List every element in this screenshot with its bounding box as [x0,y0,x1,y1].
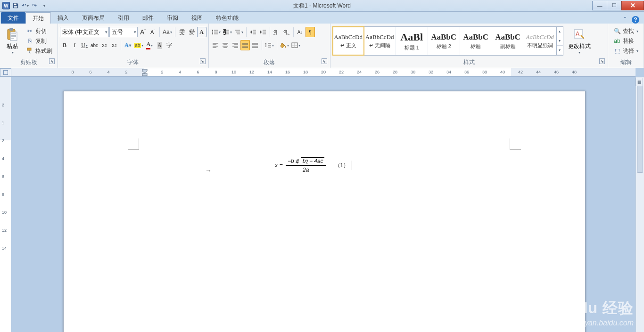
style-标题[interactable]: AaBbC标题 [460,27,492,55]
align-justify-button[interactable] [240,40,250,50]
underline-button[interactable]: U▾ [80,40,89,50]
align-center-button[interactable] [221,40,230,50]
select-button[interactable]: ⬚选择▾ [612,47,640,56]
quick-access-toolbar: W ↶▾ ↷ ▾ [0,1,50,10]
styles-dialog-icon[interactable]: ⬊ [599,58,605,64]
equation[interactable]: x = −b ± √ b 2 − 4ac [275,157,352,173]
change-case-button[interactable]: Aa▾ [162,27,173,37]
tab-页面布局[interactable]: 页面布局 [75,12,111,24]
tab-特色功能[interactable]: 特色功能 [209,12,245,24]
tab-邮件[interactable]: 邮件 [136,12,160,24]
styles-gallery: AaBbCcDd↵ 正文AaBbCcDd↵ 无间隔AaBl标题 1AaBbC标题… [332,26,563,56]
subscript-button[interactable]: x2 [99,40,109,50]
style-副标题[interactable]: AaBbC副标题 [492,27,524,55]
ruler-toggle-icon[interactable]: ▦ [636,78,643,86]
bold-button[interactable]: B [60,40,69,50]
svg-point-8 [212,33,213,34]
paste-button[interactable]: 粘贴 ▾ [2,25,23,57]
save-icon[interactable] [11,1,20,10]
close-button[interactable]: ✕ [621,1,644,10]
borders-button[interactable]: ▾ [290,40,301,50]
line-spacing-button[interactable]: ▾ [264,40,275,50]
shading-button[interactable]: ▾ [279,40,290,50]
sort-button[interactable]: A↓ [296,27,305,37]
font-size-select[interactable]: 五号 [109,27,138,37]
maximize-button[interactable]: ☐ [607,1,622,10]
bullets-button[interactable]: ▾ [211,27,222,37]
char-border-button[interactable]: 變 [187,27,197,37]
tab-引用[interactable]: 引用 [111,12,136,24]
page[interactable]: → x = −b ± √ b 2 − 4ac [63,91,586,332]
replace-button[interactable]: ab替换 [612,37,640,46]
style-标题 1[interactable]: AaBl标题 1 [396,27,428,55]
style-标题 2[interactable]: AaBbC标题 2 [428,27,460,55]
gallery-scroll-2[interactable]: ▾ [557,46,563,55]
word-app-icon[interactable]: W [2,1,10,10]
style-正文[interactable]: AaBbCcDd↵ 正文 [332,26,364,56]
align-left-button[interactable] [211,40,220,50]
font-color-button[interactable]: A▾ [145,40,154,50]
tab-arrow-mark: → [205,167,212,174]
svg-text:A: A [576,31,579,37]
highlight-button[interactable]: ab▾ [133,40,144,50]
svg-rect-3 [9,28,13,31]
change-styles-label: 更改样式 [568,42,591,50]
enclose-button[interactable]: 字 [165,40,174,50]
format-painter-button[interactable]: 格式刷 [25,47,54,56]
indent-dec-button[interactable] [248,27,258,37]
text-effects-button[interactable]: A▾ [123,40,132,50]
file-tab[interactable]: 文件 [1,12,25,24]
multilevel-button[interactable]: ▾ [233,27,244,37]
align-right-button[interactable] [231,40,240,50]
change-styles-button[interactable]: A 更改样式▾ [565,25,594,57]
phonetic-guide-button[interactable]: 雯 [177,27,187,37]
redo-icon[interactable]: ↷ [30,1,39,10]
margin-corner-tl [128,138,139,150]
numbering-button[interactable]: 123▾ [222,27,233,37]
superscript-button[interactable]: x2 [109,40,119,50]
window-controls: — ☐ ✕ [593,1,644,10]
ribbon: 粘贴 ▾ ✂剪切 ⎘复制 格式刷 剪贴板⬊ 宋体 (中文正文 五号 Aˆ Aˇ [0,24,644,68]
undo-icon[interactable]: ↶▾ [21,1,29,10]
strikethrough-button[interactable]: abc [90,40,99,50]
align-dist-button[interactable] [250,40,260,50]
minimize-button[interactable]: — [592,1,607,10]
paragraph-dialog-icon[interactable]: ⬊ [322,58,327,64]
tab-视图[interactable]: 视图 [185,12,209,24]
show-marks-button[interactable]: ¶ [305,27,315,37]
title-bar: W ↶▾ ↷ ▾ 文档1 - Microsoft Word — ☐ ✕ [0,0,644,12]
group-styles: AaBbCcDd↵ 正文AaBbCcDd↵ 无间隔AaBl标题 1AaBbC标题… [330,24,608,68]
gallery-scroll-1[interactable]: ▾ [557,36,563,46]
rtl-button[interactable] [282,27,291,37]
font-name-select[interactable]: 宋体 (中文正文 [60,27,109,37]
char-shading-button[interactable]: A [155,40,164,50]
style-不明显强调[interactable]: AaBbCcDd不明显强调 [524,27,556,55]
enclose-char-button[interactable]: A [197,27,206,37]
find-button[interactable]: 🔍查找▾ [612,27,640,36]
tab-插入[interactable]: 插入 [51,12,75,24]
horizontal-ruler[interactable]: 8642124681012141618202224262830323436384… [11,68,636,77]
italic-button[interactable]: I [70,40,79,50]
clipboard-dialog-icon[interactable]: ⬊ [49,58,55,64]
tab-开始[interactable]: 开始 [25,12,51,24]
vertical-scrollbar[interactable] [636,77,644,332]
group-editing-label: 编辑 [620,59,632,65]
style-无间隔[interactable]: AaBbCcDd↵ 无间隔 [364,27,396,55]
grow-font-button[interactable]: Aˆ [138,27,148,37]
help-icon[interactable]: ? [632,16,639,24]
vertical-ruler[interactable]: 212468101214 [0,77,11,332]
gallery-scroll-0[interactable]: ▴ [557,27,563,36]
minimize-ribbon-icon[interactable]: ˆ [621,16,629,24]
copy-button[interactable]: ⎘复制 [25,37,54,46]
svg-rect-1 [14,6,17,8]
ltr-button[interactable] [272,27,281,37]
indent-marker-icon[interactable] [142,69,148,76]
indent-inc-button[interactable] [258,27,268,37]
tab-审阅[interactable]: 审阅 [160,12,185,24]
cut-button[interactable]: ✂剪切 [25,27,54,36]
font-dialog-icon[interactable]: ⬊ [200,58,206,64]
qat-more-icon[interactable]: ▾ [40,1,48,10]
tab-selector[interactable] [0,68,11,77]
shrink-font-button[interactable]: Aˇ [148,27,157,37]
group-styles-label: 样式 [463,59,475,65]
